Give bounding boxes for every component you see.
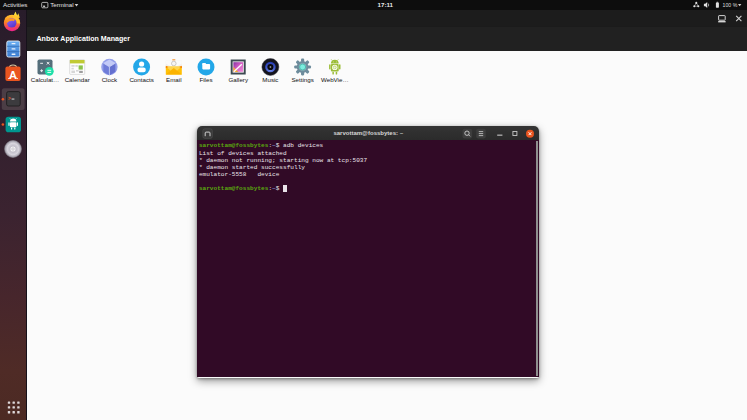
svg-text:100 %: 100 % <box>723 2 738 8</box>
svg-text:>: > <box>8 96 11 101</box>
svg-text:17:11: 17:11 <box>378 1 394 8</box>
svg-text:Terminal: Terminal <box>50 1 73 8</box>
svg-text:A: A <box>9 69 17 81</box>
